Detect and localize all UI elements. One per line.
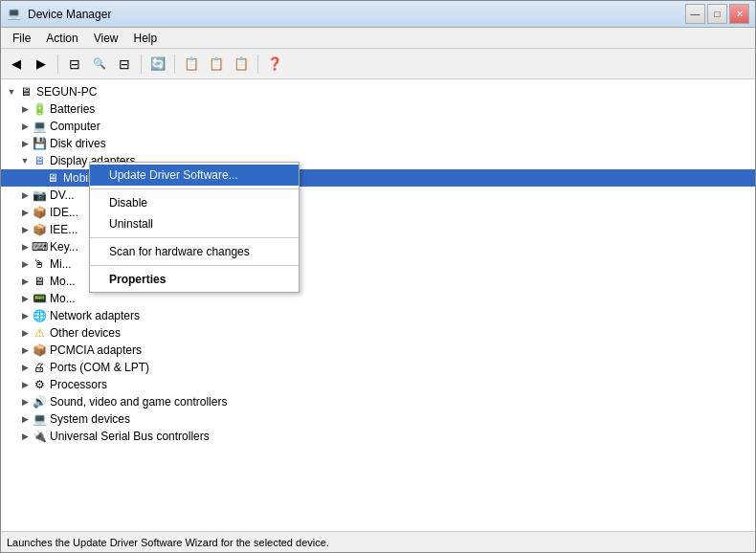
- key-icon: ⌨: [32, 239, 47, 254]
- mo2-icon: 📟: [32, 291, 47, 306]
- window-controls: — □ ✕: [685, 4, 749, 24]
- maximize-button[interactable]: □: [707, 4, 727, 24]
- ide-label: IDE...: [50, 206, 78, 219]
- window-icon: 💻: [7, 7, 22, 22]
- device-tree[interactable]: ▼ 🖥 SEGUN-PC ▶ 🔋 Batteries ▶ 💻 Computer …: [1, 79, 755, 531]
- tree-item-pcmcia[interactable]: ▶ 📦 PCMCIA adapters: [1, 342, 755, 359]
- toolbar-sep-2: [141, 55, 142, 74]
- computer-icon: 💻: [32, 119, 47, 134]
- key-label: Key...: [50, 240, 78, 254]
- display-icon: 🖥: [32, 153, 47, 168]
- disk-icon: 💾: [32, 136, 47, 151]
- ide-expand-icon: ▶: [18, 206, 32, 219]
- system-label: System devices: [50, 412, 130, 426]
- menu-bar: File Action View Help: [1, 28, 755, 49]
- menu-file[interactable]: File: [5, 30, 38, 47]
- toolbar: ◀ ▶ ⊟ 🔍 ⊟ 🔄 📋 📋 📋 ❓: [1, 49, 755, 79]
- network-expand-icon: ▶: [18, 309, 32, 322]
- tree-item-sound[interactable]: ▶ 🔊 Sound, video and game controllers: [1, 393, 755, 410]
- title-bar: 💻 Device Manager — □ ✕: [1, 1, 755, 28]
- ctx-uninstall[interactable]: Uninstall: [90, 213, 299, 234]
- root-expand-icon: ▼: [5, 85, 18, 99]
- batteries-icon: 🔋: [32, 101, 47, 117]
- tree-item-batteries[interactable]: ▶ 🔋 Batteries: [1, 100, 755, 118]
- pcmcia-label: PCMCIA adapters: [50, 343, 142, 357]
- ctx-sep-2: [90, 237, 299, 238]
- tree-item-processors[interactable]: ▶ ⚙ Processors: [1, 376, 755, 393]
- toolbar-uninstall[interactable]: ⊟: [113, 53, 136, 76]
- toolbar-sep-3: [174, 55, 175, 74]
- ports-label: Ports (COM & LPT): [50, 361, 149, 374]
- mi-label: Mi...: [50, 257, 72, 271]
- toolbar-sep-1: [57, 55, 58, 74]
- intel-icon: 🖥: [45, 170, 60, 186]
- close-button[interactable]: ✕: [729, 4, 749, 24]
- ctx-scan[interactable]: Scan for hardware changes: [90, 241, 299, 262]
- tree-root[interactable]: ▼ 🖥 SEGUN-PC: [1, 83, 755, 100]
- menu-view[interactable]: View: [86, 30, 126, 47]
- ieee-icon: 📦: [32, 222, 47, 237]
- ports-expand-icon: ▶: [18, 361, 32, 374]
- toolbar-view3[interactable]: 📋: [230, 53, 253, 76]
- toolbar-forward[interactable]: ▶: [30, 53, 53, 76]
- main-content: ▼ 🖥 SEGUN-PC ▶ 🔋 Batteries ▶ 💻 Computer …: [1, 79, 755, 531]
- ieee-label: IEE...: [50, 223, 78, 236]
- toolbar-view2[interactable]: 📋: [205, 53, 228, 76]
- mi-expand-icon: ▶: [18, 257, 32, 271]
- toolbar-help[interactable]: ❓: [263, 53, 286, 76]
- network-icon: 🌐: [32, 308, 47, 323]
- ctx-sep-3: [90, 265, 299, 266]
- intel-expand-icon: [32, 171, 45, 185]
- processors-label: Processors: [50, 378, 107, 391]
- ctx-sep-1: [90, 188, 299, 189]
- usb-label: Universal Serial Bus controllers: [50, 430, 210, 443]
- mo2-label: Mo...: [50, 292, 76, 305]
- pcmcia-expand-icon: ▶: [18, 343, 32, 357]
- mo-expand-icon: ▶: [18, 275, 32, 288]
- root-icon: 🖥: [18, 84, 33, 100]
- dv-label: DV...: [50, 188, 75, 202]
- root-label: SEGUN-PC: [36, 85, 97, 99]
- window-title: Device Manager: [28, 8, 111, 21]
- key-expand-icon: ▶: [18, 240, 32, 254]
- tree-item-other-devices[interactable]: ▶ ⚠ Other devices: [1, 324, 755, 342]
- menu-help[interactable]: Help: [126, 30, 166, 47]
- batteries-expand-icon: ▶: [18, 102, 32, 116]
- minimize-button[interactable]: —: [685, 4, 705, 24]
- system-icon: 💻: [32, 411, 47, 427]
- sound-label: Sound, video and game controllers: [50, 395, 227, 409]
- dv-icon: 📷: [32, 188, 47, 203]
- toolbar-scan[interactable]: 🔄: [146, 53, 169, 76]
- status-text: Launches the Update Driver Software Wiza…: [7, 537, 329, 548]
- processors-icon: ⚙: [32, 377, 47, 392]
- tree-item-usb[interactable]: ▶ 🔌 Universal Serial Bus controllers: [1, 428, 755, 445]
- ctx-properties[interactable]: Properties: [90, 269, 299, 290]
- ctx-disable[interactable]: Disable: [90, 192, 299, 213]
- disk-label: Disk drives: [50, 137, 106, 150]
- system-expand-icon: ▶: [18, 412, 32, 426]
- menu-action[interactable]: Action: [38, 30, 85, 47]
- other-expand-icon: ▶: [18, 326, 32, 340]
- status-bar: Launches the Update Driver Software Wiza…: [1, 531, 755, 552]
- context-menu: Update Driver Software... Disable Uninst…: [89, 162, 300, 293]
- usb-expand-icon: ▶: [18, 430, 32, 443]
- other-icon: ⚠: [32, 325, 47, 341]
- ieee-expand-icon: ▶: [18, 223, 32, 236]
- tree-item-disk-drives[interactable]: ▶ 💾 Disk drives: [1, 135, 755, 152]
- toolbar-properties[interactable]: ⊟: [63, 53, 86, 76]
- toolbar-back[interactable]: ◀: [5, 53, 28, 76]
- ctx-update-driver[interactable]: Update Driver Software...: [90, 165, 299, 186]
- mo2-expand-icon: ▶: [18, 292, 32, 305]
- toolbar-update-driver[interactable]: 🔍: [88, 53, 111, 76]
- usb-icon: 🔌: [32, 429, 47, 444]
- computer-label: Computer: [50, 120, 100, 133]
- toolbar-view1[interactable]: 📋: [180, 53, 203, 76]
- dv-expand-icon: ▶: [18, 188, 32, 202]
- tree-item-ports[interactable]: ▶ 🖨 Ports (COM & LPT): [1, 359, 755, 376]
- tree-item-system[interactable]: ▶ 💻 System devices: [1, 410, 755, 428]
- disk-expand-icon: ▶: [18, 137, 32, 150]
- tree-item-computer[interactable]: ▶ 💻 Computer: [1, 118, 755, 135]
- sound-icon: 🔊: [32, 394, 47, 409]
- tree-item-network[interactable]: ▶ 🌐 Network adapters: [1, 307, 755, 324]
- network-label: Network adapters: [50, 309, 140, 322]
